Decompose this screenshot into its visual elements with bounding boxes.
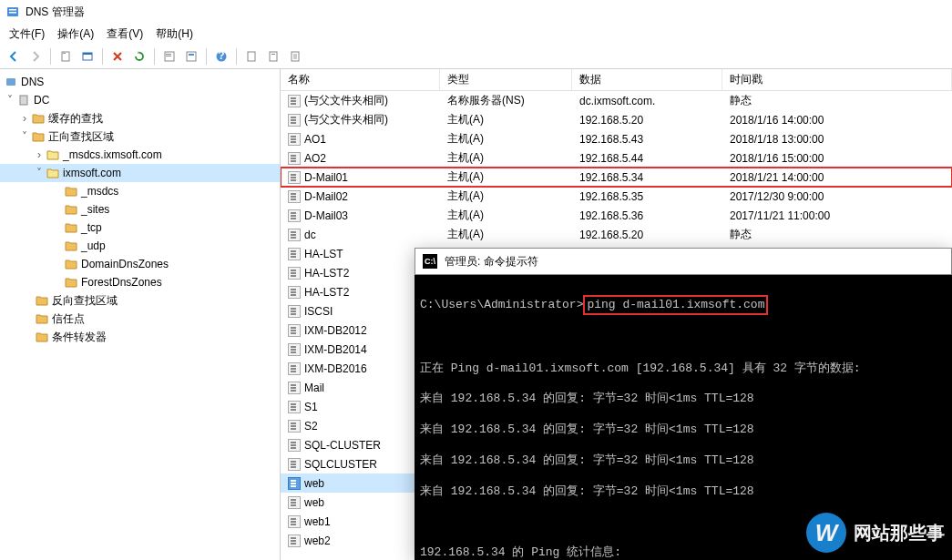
record-name: D-Mail02 — [304, 190, 348, 203]
zone-icon — [46, 148, 60, 162]
new-button[interactable] — [56, 46, 76, 66]
tool-extra-3[interactable] — [285, 46, 305, 66]
tree-server[interactable]: ˅ DC — [0, 91, 280, 109]
record-data: dc.ixmsoft.com. — [572, 95, 722, 107]
record-icon — [288, 305, 301, 318]
forward-button[interactable] — [26, 46, 46, 66]
expander-icon[interactable]: ˅ — [18, 130, 31, 143]
column-timestamp[interactable]: 时间戳 — [722, 69, 952, 90]
record-icon — [288, 229, 301, 241]
tree-label: _sites — [81, 203, 109, 216]
window-button[interactable] — [77, 46, 97, 66]
menu-help[interactable]: 帮助(H) — [150, 25, 199, 44]
svg-rect-20 — [20, 96, 27, 105]
cmd-command-boxed: ping d-mail01.ixmsoft.com — [583, 295, 768, 315]
expander-icon[interactable]: ˅ — [4, 94, 16, 107]
tree-node[interactable]: _sites — [0, 200, 280, 219]
record-timestamp: 2017/12/30 9:00:00 — [722, 190, 952, 203]
tree-node[interactable]: _udp — [0, 237, 280, 255]
folder-icon — [64, 202, 78, 217]
folder-icon — [64, 275, 78, 290]
record-name: Mail — [304, 382, 324, 394]
tree-panel[interactable]: DNS ˅ DC › 缓存的查找 ˅ 正向查找区域 › _msdcs.ixmso… — [0, 69, 281, 560]
tree-label: _msdcs — [81, 185, 118, 198]
record-icon — [288, 515, 301, 528]
menu-action[interactable]: 操作(A) — [52, 25, 99, 44]
tree-label: _tcp — [81, 221, 102, 234]
tree-label: DC — [34, 94, 49, 107]
record-name: web — [304, 477, 324, 490]
tree-msdcs-zone[interactable]: › _msdcs.ixmsoft.com — [0, 146, 280, 164]
tree-cached-lookups[interactable]: › 缓存的查找 — [0, 109, 280, 127]
column-name[interactable]: 名称 — [281, 69, 440, 90]
record-name: HA-LST2 — [304, 286, 349, 299]
back-button[interactable] — [4, 46, 24, 66]
tree-label: DomainDnsZones — [81, 258, 169, 270]
tree-conditional[interactable]: 条件转发器 — [0, 328, 280, 346]
folder-icon — [64, 184, 78, 199]
record-timestamp: 2018/1/16 15:00:00 — [722, 152, 952, 165]
filter-button[interactable] — [181, 46, 201, 66]
record-name: IXM-DB2016 — [304, 362, 367, 375]
record-name: S2 — [304, 420, 318, 433]
cmd-titlebar[interactable]: C:\ 管理员: 命令提示符 — [415, 248, 952, 275]
svg-text:?: ? — [218, 50, 224, 62]
record-icon — [288, 458, 301, 471]
record-icon — [288, 382, 301, 394]
tree-label: _msdcs.ixmsoft.com — [63, 148, 162, 161]
expander-icon[interactable]: › — [33, 148, 46, 161]
record-type: 主机(A) — [440, 112, 572, 127]
table-row[interactable]: D-Mail01主机(A)192.168.5.342018/1/21 14:00… — [281, 168, 952, 187]
table-row[interactable]: D-Mail02主机(A)192.168.5.352017/12/30 9:00… — [281, 187, 952, 206]
tree-reverse-zones[interactable]: 反向查找区域 — [0, 291, 280, 310]
tree-forward-zones[interactable]: ˅ 正向查找区域 — [0, 127, 280, 146]
tree-node[interactable]: _tcp — [0, 219, 280, 237]
tree-root-dns[interactable]: DNS — [0, 73, 280, 91]
column-type[interactable]: 类型 — [440, 69, 572, 90]
record-icon — [288, 535, 301, 547]
folder-icon — [31, 129, 46, 144]
record-name: (与父文件夹相同) — [304, 93, 388, 108]
tool-extra-2[interactable] — [263, 46, 283, 66]
table-row[interactable]: dc主机(A)192.168.5.20静态 — [281, 225, 952, 244]
dns-icon — [4, 75, 18, 89]
tree-node[interactable]: ForestDnsZones — [0, 273, 280, 291]
tree-ixmsoft-zone[interactable]: ˅ ixmsoft.com — [0, 164, 280, 182]
expander-icon[interactable]: › — [18, 112, 31, 125]
record-data: 192.168.5.34 — [572, 171, 722, 184]
cmd-output: 来自 192.168.5.34 的回复: 字节=32 时间<1ms TTL=12… — [420, 422, 947, 438]
cmd-output: 来自 192.168.5.34 的回复: 字节=32 时间<1ms TTL=12… — [420, 484, 947, 500]
tree-node[interactable]: _msdcs — [0, 182, 280, 200]
table-row[interactable]: AO1主机(A)192.168.5.432018/1/18 13:00:00 — [281, 129, 952, 148]
tree-label: 正向查找区域 — [48, 129, 114, 145]
cmd-title-text: 管理员: 命令提示符 — [445, 254, 538, 270]
record-data: 192.168.5.36 — [572, 209, 722, 222]
record-timestamp: 2018/1/18 13:00:00 — [722, 133, 952, 146]
record-name: AO1 — [304, 133, 326, 146]
svg-rect-8 — [166, 54, 171, 55]
record-name: SQLCLUSTER — [304, 458, 377, 471]
expander-icon[interactable]: ˅ — [33, 167, 46, 179]
list-header: 名称 类型 数据 时间戳 — [281, 69, 952, 91]
tree-trust[interactable]: 信任点 — [0, 310, 280, 328]
menu-file[interactable]: 文件(F) — [4, 25, 50, 44]
record-icon — [288, 133, 301, 146]
record-name: D-Mail01 — [304, 171, 348, 184]
table-row[interactable]: D-Mail03主机(A)192.168.5.362017/11/21 11:0… — [281, 206, 952, 225]
table-row[interactable]: (与父文件夹相同)名称服务器(NS)dc.ixmsoft.com.静态 — [281, 91, 952, 110]
delete-button[interactable] — [107, 46, 128, 66]
table-row[interactable]: AO2主机(A)192.168.5.442018/1/16 15:00:00 — [281, 148, 952, 168]
column-data[interactable]: 数据 — [572, 69, 722, 90]
tree-node[interactable]: DomainDnsZones — [0, 255, 280, 273]
menu-view[interactable]: 查看(V) — [101, 25, 148, 44]
folder-icon — [35, 330, 49, 344]
record-icon — [288, 401, 301, 413]
record-name: AO2 — [304, 152, 326, 165]
help-button[interactable]: ? — [211, 46, 231, 66]
refresh-button[interactable] — [129, 46, 149, 66]
properties-button[interactable] — [159, 46, 179, 66]
record-name: ISCSI — [304, 305, 333, 318]
table-row[interactable]: (与父文件夹相同)主机(A)192.168.5.202018/1/16 14:0… — [281, 110, 952, 129]
tool-extra-1[interactable] — [241, 46, 261, 66]
cmd-icon: C:\ — [423, 254, 437, 269]
